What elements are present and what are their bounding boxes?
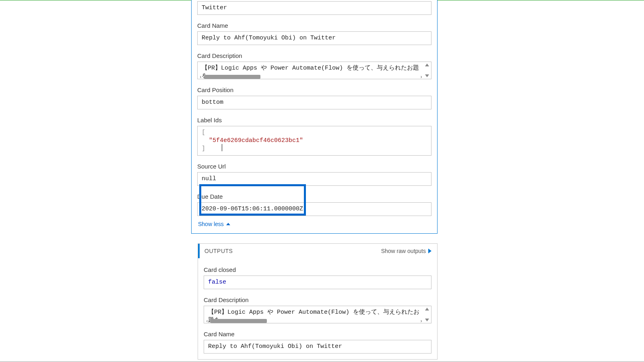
label-id-value: "5f4e6269cdabcf46c0623bc1" [209, 137, 303, 144]
field-card-name-out: Card Name Reply to Ahf(Tomoyuki Obi) on … [204, 330, 431, 354]
scroll-down-icon[interactable] [425, 319, 429, 321]
outputs-header: OUTPUTS Show raw outputs [198, 244, 437, 258]
scroll-right-icon[interactable]: › [420, 73, 425, 78]
field-label: Label Ids [197, 116, 431, 126]
field-value[interactable]: Reply to Ahf(Tomoyuki Obi) on Twitter [197, 31, 431, 45]
field-label: Due Date [197, 192, 431, 202]
field-card-description: Card Description 【PR】Logic Apps や Power … [197, 51, 431, 79]
inputs-card: Twitter Card Name Reply to Ahf(Tomoyuki … [191, 0, 438, 234]
outputs-title: OUTPUTS [204, 248, 233, 254]
field-label: Card Description [204, 296, 431, 306]
field-label: Source Url [197, 162, 431, 172]
field-value[interactable]: [ "5f4e6269cdabcf46c0623bc1" ] [197, 126, 431, 156]
json-close-bracket: ] [202, 145, 205, 152]
field-card-description-out: Card Description 【PR】Logic Apps や Power … [204, 296, 431, 323]
field-value[interactable]: null [197, 172, 431, 186]
field-label: Card Name [204, 330, 431, 340]
field-value[interactable]: 【PR】Logic Apps や Power Automate(Flow) を使… [197, 62, 431, 79]
field-due-date: Due Date 2020-09-06T15:06:11.0000000Z [197, 192, 431, 216]
scrollbar-horizontal[interactable]: ‹ › [206, 318, 424, 322]
scrollbar-horizontal[interactable]: ‹ › [200, 74, 424, 78]
scroll-left-icon[interactable]: ‹ [206, 317, 211, 322]
field-label: Card Name [197, 21, 431, 31]
field-value[interactable]: 2020-09-06T15:06:11.0000000Z [197, 202, 431, 216]
show-less-link[interactable]: Show less [198, 221, 230, 227]
text-caret [222, 144, 222, 151]
field-source-url: Source Url null [197, 162, 431, 186]
field-value[interactable]: Twitter [197, 1, 431, 15]
scroll-down-icon[interactable] [425, 74, 429, 77]
chevron-up-icon [226, 223, 230, 225]
field-value[interactable]: false [204, 276, 431, 289]
show-raw-outputs-text: Show raw outputs [381, 248, 426, 254]
field-label: Card closed [204, 265, 431, 276]
field-card-position: Card Position bottom [197, 86, 431, 109]
field-board-or-source: Twitter [197, 1, 431, 15]
field-value[interactable]: bottom [197, 96, 431, 109]
json-open-bracket: [ [202, 129, 205, 136]
scroll-right-icon[interactable]: › [420, 317, 425, 322]
field-value[interactable]: Reply to Ahf(Tomoyuki Obi) on Twitter [204, 340, 431, 354]
show-raw-outputs-link[interactable]: Show raw outputs [381, 248, 431, 254]
field-label: Card Description [197, 51, 431, 62]
scroll-thumb[interactable] [211, 319, 267, 323]
chevron-right-icon [428, 249, 431, 253]
scrollbar-vertical[interactable] [424, 307, 430, 322]
scroll-up-icon[interactable] [425, 64, 429, 66]
show-less-text: Show less [198, 221, 224, 227]
scrollbar-vertical[interactable] [424, 63, 430, 78]
field-card-closed: Card closed false [204, 265, 431, 289]
field-label: Card Position [197, 86, 431, 96]
scroll-left-icon[interactable]: ‹ [199, 73, 204, 78]
outputs-card: OUTPUTS Show raw outputs Card closed fal… [198, 243, 438, 360]
field-value[interactable]: 【PR】Logic Apps や Power Automate(Flow) を使… [204, 306, 431, 323]
card-closed-value: false [208, 279, 226, 286]
field-card-name: Card Name Reply to Ahf(Tomoyuki Obi) on … [197, 21, 431, 45]
scroll-thumb[interactable] [204, 75, 260, 79]
scroll-up-icon[interactable] [425, 308, 429, 311]
field-label-ids: Label Ids [ "5f4e6269cdabcf46c0623bc1" ] [197, 116, 431, 156]
